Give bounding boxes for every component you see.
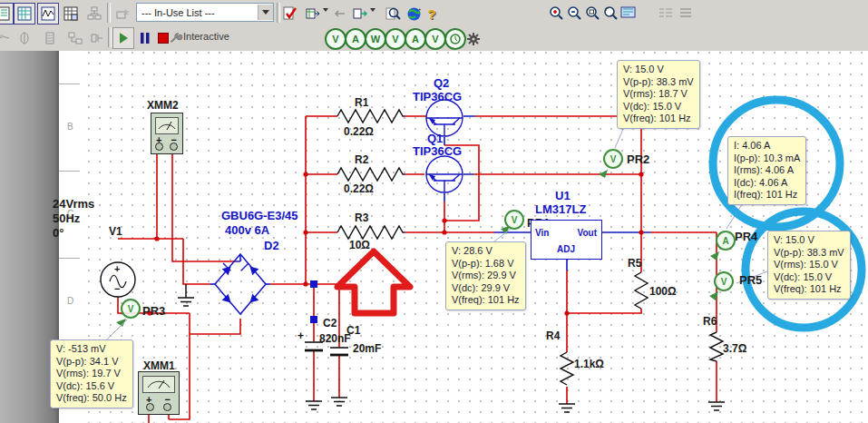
in-use-list-combobox[interactable]: --- In-Use List --- — [136, 3, 274, 22]
help-icon[interactable]: ? — [421, 3, 443, 25]
readout-line: V(p-p): 38.3 mV — [774, 247, 844, 260]
r2-value[interactable]: 0.22Ω — [344, 182, 374, 195]
v1-value-line[interactable]: 24Vrms — [53, 197, 94, 211]
xmm1-ref[interactable]: XMM1 — [143, 359, 175, 372]
pr3-readout[interactable]: V: -513 mV V(p-p): 34.1 V V(rms): 19.7 V… — [50, 339, 133, 408]
readout-line: V(dc): 15.6 V — [56, 380, 127, 393]
voltage-current-probe-button[interactable]: A — [405, 28, 426, 50]
readout-line: V(p-p): 1.68 V — [452, 258, 520, 271]
spreadsheet-view-icon[interactable] — [14, 3, 35, 25]
r1-value[interactable]: 0.22Ω — [344, 125, 374, 138]
find-icon[interactable] — [382, 3, 404, 25]
pr1-readout[interactable]: V: 28.6 V V(p-p): 1.68 V V(rms): 29.9 V … — [445, 241, 526, 310]
dropdown-arrow[interactable] — [370, 8, 375, 12]
pr3-label[interactable]: PR3 — [142, 304, 165, 318]
c2-ref[interactable]: C2 — [323, 317, 336, 330]
r4-value[interactable]: 1.1kΩ — [574, 358, 604, 370]
xmm1-screen — [142, 376, 175, 393]
pr5-label[interactable]: PR5 — [739, 273, 762, 287]
subcircuit-icon[interactable] — [86, 27, 108, 49]
edit-lines-icon[interactable] — [675, 3, 697, 25]
q1-part[interactable]: TIP36CG — [413, 144, 462, 158]
pin-vout: Vout — [578, 228, 597, 238]
readout-line: V(rms): 29.9 V — [452, 270, 520, 282]
d2-ref[interactable]: D2 — [264, 239, 279, 252]
regulator-u1[interactable]: Vin Vout ADJ — [531, 220, 602, 260]
run-simulation-button[interactable] — [112, 27, 134, 49]
r6-value[interactable]: 3.7Ω — [723, 342, 746, 355]
r4-ref[interactable]: R4 — [546, 330, 560, 342]
toolbar: --- In-Use List --- ? — [0, 0, 868, 52]
d2-rating[interactable]: 400v 6A — [225, 223, 269, 237]
variant-icon[interactable] — [64, 27, 86, 49]
probe-letter: W — [371, 34, 380, 44]
fullscreen-icon[interactable] — [618, 3, 639, 25]
edit-labels-icon[interactable] — [655, 3, 677, 25]
transfer-to-spreadsheet-icon[interactable] — [302, 3, 324, 25]
pin-vin: Vin — [535, 228, 549, 238]
v1-value-line[interactable]: 50Hz — [53, 212, 80, 225]
r3-ref[interactable]: R3 — [355, 212, 368, 224]
power-probe-button[interactable]: W — [365, 28, 386, 50]
probe-pr1[interactable]: V — [504, 210, 524, 230]
forward-annotate-icon[interactable] — [349, 3, 371, 25]
differential-voltage-probe-button[interactable]: V — [385, 28, 406, 50]
xmm1-plus-terminal[interactable] — [146, 403, 154, 411]
voltage-reference-probe-button[interactable]: V — [424, 28, 446, 50]
probe-letter: V — [432, 34, 438, 44]
d2-part[interactable]: GBU6G-E3/45 — [221, 209, 298, 222]
readout-line: V(freq): 50.0 Hz — [56, 392, 127, 405]
xmm2-plus-terminal[interactable] — [155, 143, 163, 151]
postprocessor-icon[interactable] — [60, 3, 82, 25]
v1-value-line[interactable]: 0° — [53, 226, 63, 240]
probe-letter: A — [722, 236, 728, 246]
readout-line: I(freq): 101 Hz — [734, 189, 800, 202]
hierarchy-icon[interactable] — [83, 3, 105, 25]
pr2-readout[interactable]: V: 15.0 V V(p-p): 38.3 mV V(rms): 18.7 V… — [617, 60, 700, 129]
erc-check-icon[interactable] — [279, 3, 301, 25]
u1-ref[interactable]: U1 — [555, 189, 571, 202]
xmm2-minus-terminal[interactable] — [170, 143, 178, 151]
multimeter-xmm2[interactable]: + − — [151, 113, 183, 154]
probe-letter: V — [721, 277, 727, 287]
r6-ref[interactable]: R6 — [703, 315, 717, 328]
grapher-icon[interactable] — [37, 3, 59, 25]
voltage-probe-button[interactable]: V — [325, 28, 346, 50]
probe-pr5[interactable]: V — [714, 271, 734, 291]
r2-ref[interactable]: R2 — [355, 153, 368, 166]
q1-ref[interactable]: Q1 — [427, 132, 443, 145]
probe-pr4[interactable]: A — [716, 231, 736, 251]
q2-part[interactable]: TIP36CG — [413, 90, 462, 103]
probe-letter: A — [412, 34, 419, 44]
r3-value[interactable]: 10Ω — [349, 239, 370, 251]
probe-pr2[interactable]: V — [603, 149, 623, 169]
database-manager-icon[interactable] — [39, 27, 61, 49]
r5-value[interactable]: 100Ω — [649, 285, 677, 298]
readout-line: V(freq): 101 Hz — [452, 294, 520, 307]
c1-ref[interactable]: C1 — [346, 324, 360, 337]
description-box-icon[interactable] — [0, 3, 14, 25]
pr4-readout[interactable]: I: 4.06 A I(p-p): 10.3 mA I(rms): 4.06 A… — [727, 136, 806, 205]
u1-part[interactable]: LM317LZ — [535, 202, 586, 216]
create-component-icon[interactable] — [112, 3, 133, 25]
pr5-readout[interactable]: V: 15.0 V V(p-p): 38.3 mV V(rms): 15.0 V… — [767, 231, 851, 300]
xmm1-minus-terminal[interactable] — [163, 403, 171, 411]
place-junction-icon[interactable] — [14, 27, 35, 49]
q2-ref[interactable]: Q2 — [434, 76, 449, 90]
multimeter-xmm1[interactable]: + − — [138, 371, 180, 415]
current-probe-button[interactable]: A — [345, 28, 366, 50]
pr2-label[interactable]: PR2 — [627, 152, 649, 166]
r1-ref[interactable]: R1 — [355, 96, 368, 109]
v1-ref[interactable]: V1 — [109, 225, 122, 238]
combobox-dropdown-button[interactable] — [258, 5, 273, 20]
back-annotate-icon[interactable] — [328, 3, 350, 25]
readout-line: I: 4.06 A — [734, 140, 800, 152]
place-wire-icon[interactable] — [0, 27, 14, 49]
probe-pr3[interactable]: V — [121, 299, 141, 319]
in-use-list-value: --- In-Use List --- — [137, 7, 258, 18]
c1-value[interactable]: 20mF — [353, 342, 381, 355]
xmm2-ref[interactable]: XMM2 — [147, 99, 179, 112]
pr4-label[interactable]: PR4 — [735, 230, 757, 243]
probe-settings-gear-icon[interactable] — [463, 28, 484, 50]
r5-ref[interactable]: R5 — [628, 257, 641, 270]
